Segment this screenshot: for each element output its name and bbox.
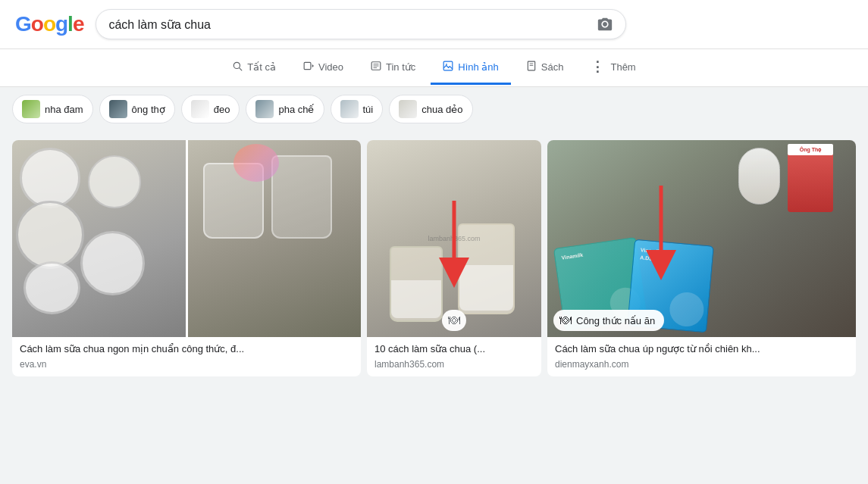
image-source-3: dienmayxanh.com <box>547 357 856 376</box>
recipe-icon-small: 🍽 <box>448 314 460 326</box>
chip-thumb-pha-che <box>255 100 274 118</box>
caption-text-1: Cách làm sữa chua ngon mịn chuẩn công th… <box>20 343 244 354</box>
tab-more[interactable]: ⋮ Thêm <box>578 49 647 86</box>
tab-all[interactable]: Tất cả <box>220 52 288 85</box>
chip-label-nha-dam: nha đam <box>45 104 83 115</box>
source-text-3: dienmayxanh.com <box>555 359 628 370</box>
news-icon <box>371 61 381 73</box>
header: Google <box>0 0 868 49</box>
recipe-badge-small-2: 🍽 <box>442 310 466 331</box>
image-card-1[interactable]: Cách làm sữa chua ngon mịn chuẩn công th… <box>12 140 361 376</box>
tab-news[interactable]: Tin tức <box>359 52 428 85</box>
nav-tabs: Tất cả Video Tin tức Hình ảnh Sách ⋮ Thê… <box>0 49 868 87</box>
svg-rect-8 <box>443 61 453 70</box>
recipe-label-3: Công thức nấu ăn <box>576 315 655 326</box>
filter-chips: nha đam ông thợ đeo pha chế túi chua dẻo <box>0 87 868 131</box>
more-icon: ⋮ <box>591 58 606 75</box>
chip-thumb-tui <box>340 100 359 118</box>
image-card-3[interactable]: Ông Thọ Vinamilk Vinamilk A.D3 <box>547 140 856 376</box>
svg-rect-2 <box>304 62 311 69</box>
image-source-2: lambanh365.com <box>367 357 541 376</box>
tab-video[interactable]: Video <box>291 52 356 85</box>
tab-video-label: Video <box>318 61 343 73</box>
tab-books[interactable]: Sách <box>514 52 576 85</box>
google-logo[interactable]: Google <box>15 12 83 36</box>
search-bar <box>96 9 626 39</box>
chip-thumb-deo <box>191 100 209 118</box>
chip-label-ong-tho: ông thợ <box>132 104 165 115</box>
chip-pha-che[interactable]: pha chế <box>246 95 324 123</box>
chip-label-chua-deo: chua dẻo <box>421 104 462 115</box>
image-caption-2: 10 cách làm sữa chua (... <box>367 337 541 357</box>
svg-rect-10 <box>528 61 534 70</box>
search-input[interactable] <box>108 17 597 31</box>
image-card-2[interactable]: lambanh365.com 🍽 10 cách làm sữa chua (.… <box>367 140 541 376</box>
chip-thumb-chua-deo <box>399 100 417 118</box>
image-caption-3: Cách làm sữa chua úp ngược từ nồi chiên … <box>547 337 856 357</box>
chip-thumb-nha-dam <box>22 100 40 118</box>
tab-more-label: Thêm <box>610 61 635 73</box>
chip-label-pha-che: pha chế <box>278 104 314 115</box>
tab-news-label: Tin tức <box>386 61 415 73</box>
caption-text-2: 10 cách làm sữa chua (... <box>374 343 485 354</box>
camera-search-button[interactable] <box>597 16 613 33</box>
source-text-2: lambanh365.com <box>374 359 444 370</box>
svg-point-9 <box>446 64 447 65</box>
image-source-1: eva.vn <box>12 357 361 376</box>
tab-books-label: Sách <box>541 61 564 73</box>
chip-deo[interactable]: đeo <box>181 95 240 123</box>
tab-images[interactable]: Hình ảnh <box>431 52 511 85</box>
source-text-1: eva.vn <box>20 359 46 370</box>
chip-chua-deo[interactable]: chua dẻo <box>389 95 472 123</box>
tab-images-label: Hình ảnh <box>458 61 499 73</box>
chip-label-tui: túi <box>363 104 374 115</box>
svg-line-1 <box>240 67 242 70</box>
recipe-badge-3: 🍽 Công thức nấu ăn <box>553 310 664 331</box>
chip-thumb-ong-tho <box>109 100 127 118</box>
search-icon <box>232 61 243 73</box>
images-icon <box>443 61 453 73</box>
image-grid: Cách làm sữa chua ngon mịn chuẩn công th… <box>0 131 868 386</box>
chip-label-deo: đeo <box>214 104 230 115</box>
chip-tui[interactable]: túi <box>331 95 384 123</box>
chip-nha-dam[interactable]: nha đam <box>12 95 93 123</box>
image-caption-1: Cách làm sữa chua ngon mịn chuẩn công th… <box>12 337 361 357</box>
caption-text-3: Cách làm sữa chua úp ngược từ nồi chiên … <box>555 343 760 354</box>
video-icon <box>303 61 314 73</box>
recipe-icon-3: 🍽 <box>559 314 572 327</box>
svg-marker-3 <box>312 64 314 67</box>
chip-ong-tho[interactable]: ông thợ <box>99 95 175 123</box>
books-icon <box>526 61 537 73</box>
tab-all-label: Tất cả <box>247 61 276 73</box>
